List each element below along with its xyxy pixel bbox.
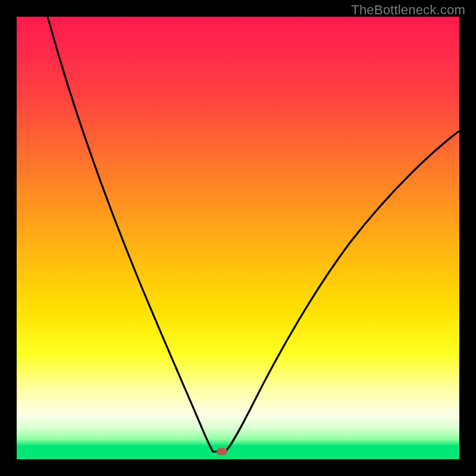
bottleneck-curve (17, 17, 459, 459)
chart-frame: TheBottleneck.com (0, 0, 476, 476)
watermark-text: TheBottleneck.com (351, 2, 465, 18)
plot-area (17, 17, 459, 459)
min-marker (217, 448, 227, 455)
